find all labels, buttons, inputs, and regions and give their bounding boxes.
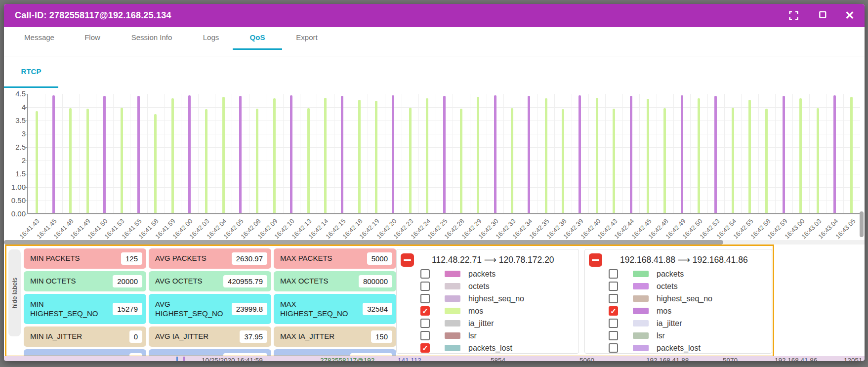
legend-item-packets: packets — [401, 268, 575, 280]
checkbox-ia_jitter[interactable] — [420, 319, 430, 328]
v-gridline — [385, 94, 385, 213]
chart-bar-16-42-23[interactable] — [409, 108, 412, 213]
chart-bar-16-42-30[interactable] — [494, 95, 496, 213]
stat-label: AVG HIGHEST_SEQ_NO — [155, 300, 223, 319]
chart-bar-16-42-13[interactable] — [307, 108, 310, 213]
chart-bar-16-43-04[interactable] — [833, 95, 836, 213]
chart-bar-16-42-53[interactable] — [714, 96, 717, 213]
chart-bar-16-42-48[interactable] — [663, 108, 666, 213]
chart-bar-16-42-10[interactable] — [290, 95, 292, 213]
checkbox-packets[interactable] — [420, 269, 430, 279]
chart-bar-16-42-28[interactable] — [460, 109, 462, 213]
checkbox-octets[interactable] — [609, 282, 618, 291]
stat-label: MIN PACKETS — [30, 254, 80, 263]
tab-session-info[interactable]: Session Info — [114, 27, 189, 50]
chart-bar-16-42-14[interactable] — [324, 98, 327, 213]
legend-item-lsr: lsr — [401, 329, 575, 342]
hide-labels-button[interactable]: hide labels — [8, 249, 21, 336]
horizontal-scrollbar-thumb[interactable] — [4, 240, 723, 245]
chart-bar-16-42-59[interactable] — [783, 96, 785, 213]
checkbox-packets_lost[interactable]: ✓ — [420, 343, 430, 353]
legend-item-packets: packets — [589, 268, 768, 280]
chart-bar-16-42-18[interactable] — [358, 100, 361, 213]
v-gridline — [707, 94, 708, 213]
tab-export[interactable]: Export — [282, 27, 331, 50]
checkbox-lsr[interactable] — [420, 331, 430, 340]
chart-bar-16-41-53[interactable] — [121, 108, 123, 213]
checkbox-ia_jitter[interactable] — [609, 319, 618, 328]
chart-bar-16-42-25[interactable] — [443, 96, 446, 213]
chart-bar-16-42-03[interactable] — [205, 109, 207, 213]
chart-bar-16-41-58[interactable] — [154, 114, 157, 213]
remove-stream-button[interactable] — [401, 253, 414, 267]
v-gridline — [826, 94, 827, 213]
chart-bar-16-42-44[interactable] — [630, 96, 632, 213]
vertical-scrollbar-thumb[interactable] — [860, 211, 864, 237]
tab-rtcp[interactable]: RTCP — [4, 56, 58, 88]
chart-bar-16-41-49[interactable] — [86, 109, 89, 213]
tab-message[interactable]: Message — [8, 27, 71, 50]
chart-bar-16-42-45[interactable] — [647, 99, 649, 213]
chart-bar-16-43-05[interactable] — [850, 97, 853, 213]
checkbox-packets[interactable] — [609, 269, 618, 279]
chart-bar-16-43-03[interactable] — [817, 108, 819, 213]
fullscreen-icon[interactable] — [787, 10, 799, 22]
v-gridline — [130, 94, 130, 213]
chart-bar-16-42-39[interactable] — [579, 95, 581, 213]
chart-bar-16-41-45[interactable] — [52, 95, 55, 213]
stat-cell-min-octets: MIN OCTETS20000 — [24, 271, 146, 291]
chart-bar-16-42-58[interactable] — [765, 109, 768, 213]
tab-logs[interactable]: Logs — [189, 27, 233, 50]
stream-legend-1: 112.48.22.71 ⟶ 120.78.172.20packetsoctet… — [396, 249, 579, 354]
series-color-swatch — [633, 283, 649, 289]
v-gridline — [436, 94, 436, 213]
chart-bar-16-42-33[interactable] — [511, 108, 513, 213]
chart-bar-16-42-04[interactable] — [222, 97, 225, 213]
chart-bar-16-42-34[interactable] — [528, 96, 530, 213]
checkbox-mos[interactable]: ✓ — [420, 306, 430, 316]
y-tick-mark — [24, 201, 27, 201]
checkbox-mos[interactable]: ✓ — [609, 306, 618, 316]
checkbox-highest_seq_no[interactable] — [609, 294, 618, 303]
tab-qos[interactable]: QoS — [233, 27, 282, 50]
stat-cell-min-packets: MIN PACKETS125 — [24, 248, 146, 269]
chart-bar-16-42-00[interactable] — [188, 95, 191, 213]
chart-bar-16-42-24[interactable] — [426, 98, 428, 213]
chart-bar-16-42-29[interactable] — [477, 97, 479, 213]
chart-bar-16-42-19[interactable] — [375, 101, 377, 213]
close-icon[interactable]: ✕ — [844, 10, 856, 22]
stat-label: MIN HIGHEST_SEQ_NO — [30, 300, 113, 319]
chart-bar-16-41-48[interactable] — [69, 108, 72, 213]
chart-bar-16-42-43[interactable] — [613, 109, 615, 213]
checkbox-lsr[interactable] — [609, 331, 618, 340]
row-text-fragment: 141.112 — [398, 357, 421, 361]
chart-bar-16-41-59[interactable] — [171, 98, 174, 213]
chart-bar-16-41-55[interactable] — [137, 96, 140, 213]
flip-to-front-icon[interactable] — [816, 10, 827, 22]
chart-bar-16-42-08[interactable] — [256, 109, 258, 213]
chart-bar-16-42-38[interactable] — [562, 109, 564, 213]
legend-header: 192.168.41.88 ⟶ 192.168.41.86 — [589, 252, 768, 268]
chart-bar-16-41-43[interactable] — [36, 111, 38, 213]
chart-bar-16-42-49[interactable] — [681, 95, 683, 213]
tab-flow[interactable]: Flow — [71, 27, 114, 50]
v-gridline — [690, 94, 691, 213]
chart-bar-16-42-20[interactable] — [392, 95, 394, 213]
chart-bar-16-42-05[interactable] — [239, 96, 242, 213]
chart-horizontal-scrollbar[interactable] — [4, 240, 865, 245]
chart-bar-16-42-09[interactable] — [273, 98, 276, 213]
chart-bar-16-42-40[interactable] — [596, 98, 598, 213]
remove-stream-button[interactable] — [589, 253, 602, 267]
chart-bar-16-43-00[interactable] — [799, 98, 802, 213]
chart-bar-16-42-54[interactable] — [732, 108, 734, 213]
checkbox-highest_seq_no[interactable] — [420, 294, 430, 303]
chart-bar-16-42-50[interactable] — [698, 98, 700, 213]
chart-bar-16-41-50[interactable] — [103, 96, 106, 213]
chart-bar-16-42-55[interactable] — [748, 100, 751, 213]
chart-bar-16-42-15[interactable] — [341, 96, 343, 213]
stat-label: MIN OCTETS — [30, 277, 76, 286]
checkbox-packets_lost[interactable] — [609, 343, 618, 353]
chart-bar-16-42-35[interactable] — [545, 98, 547, 213]
checkbox-octets[interactable] — [420, 282, 430, 291]
row-text-fragment: 5854 — [491, 357, 505, 361]
